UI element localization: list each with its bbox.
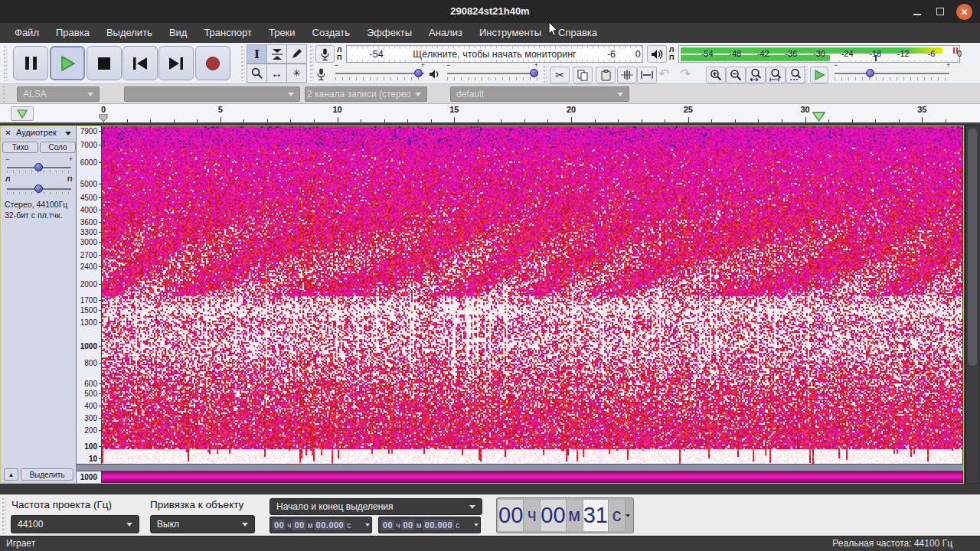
track-close-button[interactable]: ✕	[3, 128, 13, 138]
counter-segment-2[interactable]: 00	[541, 500, 566, 531]
playback-volume-knob[interactable]	[530, 69, 538, 77]
cut-button[interactable]: ✂	[550, 67, 570, 83]
record-meter-grip[interactable]	[310, 46, 314, 81]
spectrogram-channel-2[interactable]	[102, 471, 962, 483]
stop-button[interactable]	[87, 46, 122, 80]
minimize-button[interactable]	[910, 4, 925, 19]
play-speed-grip[interactable]	[804, 66, 808, 84]
menu-10[interactable]: Инструменты	[471, 23, 550, 43]
zoom-in-button[interactable]	[706, 67, 726, 83]
collapse-track-button[interactable]: ▲	[4, 468, 18, 481]
time-segment-0[interactable]: 00	[273, 520, 286, 530]
frequency-ruler-channel-2[interactable]: 1000	[77, 471, 102, 483]
track-menu-chevron-icon[interactable]	[65, 132, 71, 135]
playback-device-dropdown[interactable]: default	[450, 86, 629, 102]
spectrogram-channel-1[interactable]	[102, 126, 962, 464]
counter-segment-4[interactable]: 31	[583, 500, 609, 531]
play-at-speed-button[interactable]	[810, 67, 828, 83]
zoom-fit-button[interactable]	[766, 67, 786, 83]
time-shift-tool[interactable]: ↔	[266, 64, 287, 83]
selection-mode-dropdown[interactable]: Начало и конец выделения	[270, 498, 482, 515]
skip-to-start-button[interactable]	[122, 46, 158, 80]
selection-tool[interactable]: I	[247, 44, 267, 64]
time-segment-2[interactable]: 00	[401, 520, 414, 530]
selection-end-field[interactable]: 00ч00м00.000с	[378, 517, 481, 533]
close-button[interactable]: ✕	[956, 4, 972, 20]
frequency-ruler[interactable]: 7900700060005000450040003600330030002700…	[77, 126, 102, 464]
time-segment-3[interactable]: м	[307, 521, 314, 530]
time-segment-5[interactable]: с	[346, 521, 351, 530]
menu-1[interactable]: Файл	[6, 23, 47, 43]
menu-6[interactable]: Треки	[260, 23, 304, 43]
playback-meter[interactable]: -54-48-42-36-30-24-18-12-60	[678, 45, 960, 63]
play-button[interactable]	[50, 46, 85, 80]
counter-segment-0[interactable]: 00	[498, 500, 524, 531]
draw-tool[interactable]	[286, 44, 307, 64]
time-segment-0[interactable]: 00	[381, 520, 394, 530]
menu-9[interactable]: Анализ	[420, 23, 471, 43]
solo-button[interactable]: Соло	[40, 142, 76, 153]
play-speed-slider[interactable]: − +	[835, 68, 949, 79]
playhead-triangle[interactable]	[812, 112, 825, 122]
multi-tool[interactable]: ✳	[286, 64, 307, 83]
menu-2[interactable]: Правка	[47, 23, 98, 43]
zoom-out-button[interactable]	[726, 67, 746, 83]
audio-host-dropdown[interactable]: ALSA	[17, 86, 100, 102]
zoom-tool[interactable]	[247, 64, 267, 83]
menu-7[interactable]: Создать	[304, 23, 358, 43]
counter-segment-3[interactable]: м	[567, 500, 583, 531]
play-speed-knob[interactable]	[866, 69, 874, 77]
audio-position-counter[interactable]: 00ч00м31с	[496, 497, 634, 533]
track-name[interactable]: Аудиотрек	[16, 128, 57, 137]
menu-11[interactable]: Справка	[550, 23, 606, 43]
trim-outside-button[interactable]	[617, 67, 637, 83]
recording-device-dropdown[interactable]	[124, 86, 300, 102]
time-segment-1[interactable]: ч	[286, 521, 292, 530]
zoom-toggle-button[interactable]	[786, 67, 805, 83]
device-grip[interactable]	[3, 86, 7, 103]
record-meter[interactable]: Щёлкните, чтобы начать мониторинг -54-60	[346, 45, 643, 63]
envelope-tool[interactable]	[266, 44, 287, 64]
record-volume-knob[interactable]	[414, 69, 423, 77]
skip-to-end-button[interactable]	[158, 46, 194, 80]
time-segment-1[interactable]: ч	[395, 521, 400, 530]
playback-meter-button[interactable]	[647, 45, 667, 63]
time-segment-4[interactable]: 00.000	[423, 520, 455, 530]
menu-5[interactable]: Транспорт	[195, 23, 260, 43]
selection-start-field[interactable]: 00ч00м00.000с	[270, 517, 372, 533]
menu-4[interactable]: Вид	[161, 23, 196, 43]
redo-button[interactable]: ↷	[680, 65, 691, 83]
select-track-button[interactable]: Выделить	[21, 468, 74, 481]
record-meter-button[interactable]	[315, 45, 335, 63]
selection-grip[interactable]	[2, 498, 6, 533]
paste-button[interactable]	[596, 67, 616, 83]
record-volume-slider[interactable]: − +	[335, 68, 424, 79]
gain-slider[interactable]	[7, 163, 71, 172]
counter-segment-1[interactable]: ч	[524, 500, 541, 531]
time-segment-4[interactable]: 00.000	[315, 520, 346, 530]
project-rate-dropdown[interactable]: 44100	[11, 515, 139, 533]
vertical-scrollbar[interactable]	[965, 126, 978, 483]
menu-3[interactable]: Выделить	[98, 23, 161, 43]
pause-button[interactable]	[13, 46, 48, 80]
copy-button[interactable]	[573, 67, 593, 83]
menu-8[interactable]: Эффекты	[358, 23, 420, 43]
time-segment-2[interactable]: 00	[292, 520, 305, 530]
gain-knob[interactable]	[34, 163, 43, 171]
transport-grip[interactable]	[4, 46, 8, 81]
counter-segment-5[interactable]: с	[609, 500, 626, 531]
recording-channels-dropdown[interactable]: 2 канала записи (стерео)	[305, 86, 427, 102]
record-button[interactable]	[195, 46, 230, 80]
timeline-ruler[interactable]: 05101520253035	[0, 104, 980, 124]
mute-button[interactable]: Тихо	[2, 142, 38, 153]
silence-button[interactable]	[637, 67, 657, 83]
time-segment-5[interactable]: с	[455, 521, 460, 530]
edit-grip[interactable]	[544, 66, 547, 84]
pan-knob[interactable]	[34, 184, 43, 193]
undo-button[interactable]: ↶	[658, 65, 669, 83]
snap-to-dropdown[interactable]: Выкл	[150, 515, 255, 533]
zoom-selection-button[interactable]	[746, 67, 766, 83]
tools-grip[interactable]	[241, 46, 245, 81]
field-chevron-icon[interactable]	[474, 523, 479, 527]
time-segment-3[interactable]: м	[416, 521, 423, 530]
